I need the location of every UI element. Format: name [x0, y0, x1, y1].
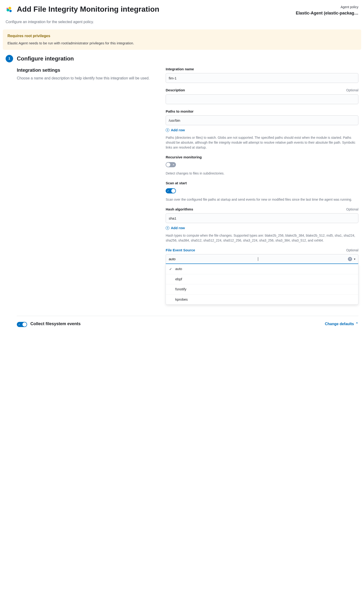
dropdown-option-kprobes[interactable]: kprobes: [166, 295, 358, 305]
recursive-help-text: Detect changes to files in subdirectorie…: [166, 171, 358, 176]
integration-name-input[interactable]: [166, 73, 358, 83]
change-defaults-label: Change defaults: [325, 321, 354, 327]
plus-circle-icon: +: [166, 226, 169, 230]
step-number-badge: 1: [6, 55, 13, 62]
scan-start-toggle[interactable]: ✓: [166, 188, 176, 193]
paths-input[interactable]: [166, 115, 358, 125]
description-input[interactable]: [166, 94, 358, 104]
paths-help-text: Paths (directories or files) to watch. G…: [166, 135, 358, 150]
integration-name-label: Integration name: [166, 66, 194, 72]
description-optional: Optional: [346, 88, 358, 93]
page-title: Add File Integrity Monitoring integratio…: [17, 5, 292, 14]
step-title: Configure integration: [17, 54, 74, 63]
chevron-up-icon: ⌃: [355, 321, 358, 327]
recursive-label: Recursive monitoring: [166, 155, 202, 160]
svg-point-2: [9, 10, 12, 12]
hash-label: Hash algorithms: [166, 207, 193, 212]
description-label: Description: [166, 88, 185, 93]
paths-label: Paths to monitor: [166, 109, 193, 114]
clear-icon[interactable]: ✕: [348, 257, 352, 261]
hash-help-text: Hash types to compute when the file chan…: [166, 233, 358, 243]
collect-filesystem-events-label: Collect filesystem events: [30, 321, 81, 327]
hash-add-row-button[interactable]: + Add row: [166, 225, 185, 231]
scan-start-help-text: Scan over the configured file paths at s…: [166, 197, 358, 202]
divider: [17, 316, 358, 316]
svg-point-3: [7, 8, 8, 9]
check-icon: ✓: [169, 266, 172, 272]
root-privileges-callout: Requires root privileges Elastic Agent n…: [3, 29, 361, 50]
elastic-logo-icon: [6, 6, 13, 15]
source-optional: Optional: [346, 248, 358, 253]
check-icon: ✓: [167, 189, 169, 193]
check-icon: ✓: [18, 323, 20, 327]
agent-policy-label: Agent policy: [296, 5, 358, 9]
file-event-source-combobox[interactable]: ✕ ▾: [166, 254, 358, 264]
hash-input[interactable]: [166, 213, 358, 223]
file-event-source-input[interactable]: [169, 257, 258, 261]
source-label: File Event Source: [166, 248, 195, 253]
collect-filesystem-events-toggle[interactable]: ✓: [17, 322, 27, 327]
paths-add-row-label: Add row: [171, 128, 185, 133]
dropdown-option-auto[interactable]: ✓ auto: [166, 264, 358, 274]
dropdown-option-fsnotify[interactable]: fsnotify: [166, 284, 358, 295]
recursive-toggle[interactable]: ✕: [166, 162, 176, 167]
file-event-source-dropdown: ✓ auto ebpf fsnotify kprobes: [166, 264, 358, 305]
scan-start-label: Scan at start: [166, 181, 187, 186]
plus-circle-icon: +: [166, 128, 169, 132]
agent-policy-value: Elastic-Agent (elastic-packag…: [296, 10, 358, 16]
paths-add-row-button[interactable]: + Add row: [166, 128, 185, 133]
callout-title: Requires root privileges: [8, 33, 356, 39]
x-icon: ✕: [173, 163, 174, 167]
dropdown-option-ebpf[interactable]: ebpf: [166, 274, 358, 284]
chevron-down-icon[interactable]: ▾: [354, 257, 355, 261]
page-subtitle: Configure an integration for the selecte…: [0, 19, 364, 29]
callout-body: Elastic Agent needs to be run with root/…: [8, 41, 356, 46]
hash-add-row-label: Add row: [171, 225, 185, 231]
settings-section-title: Integration settings: [17, 66, 156, 74]
svg-point-1: [7, 9, 9, 11]
settings-section-description: Choose a name and description to help id…: [17, 75, 156, 81]
change-defaults-button[interactable]: Change defaults ⌃: [325, 321, 358, 327]
hash-optional: Optional: [346, 207, 358, 212]
